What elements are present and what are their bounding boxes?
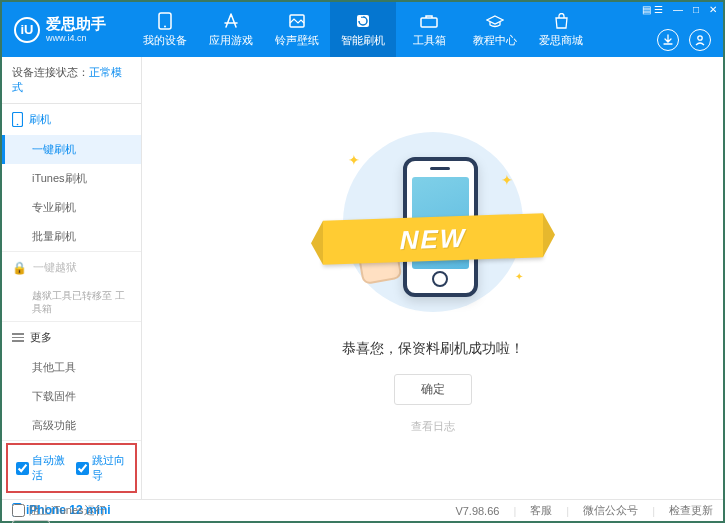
bag-icon bbox=[552, 12, 570, 30]
success-message: 恭喜您，保资料刷机成功啦！ bbox=[342, 340, 524, 358]
app-name: 爱思助手 bbox=[46, 16, 106, 33]
download-icon bbox=[662, 34, 674, 46]
download-button[interactable] bbox=[657, 29, 679, 51]
minimize-icon[interactable]: — bbox=[671, 4, 685, 15]
user-button[interactable] bbox=[689, 29, 711, 51]
jailbreak-note: 越狱工具已转移至 工具箱 bbox=[2, 283, 141, 321]
svg-rect-4 bbox=[421, 18, 437, 27]
app-url: www.i4.cn bbox=[46, 33, 106, 43]
auto-activate-checkbox[interactable]: 自动激活 bbox=[16, 453, 68, 483]
svg-point-7 bbox=[17, 124, 19, 126]
nav-apps-games[interactable]: 应用游戏 bbox=[198, 2, 264, 57]
user-icon bbox=[694, 34, 706, 46]
nav-smart-flash[interactable]: 智能刷机 bbox=[330, 2, 396, 57]
sidebar-item-other-tools[interactable]: 其他工具 bbox=[2, 353, 141, 382]
nav-store[interactable]: 爱思商城 bbox=[528, 2, 594, 57]
svg-point-1 bbox=[164, 25, 166, 27]
maximize-icon[interactable]: □ bbox=[691, 4, 701, 15]
svg-point-5 bbox=[698, 36, 702, 40]
sidebar-section-jailbreak: 🔒 一键越狱 bbox=[2, 252, 141, 283]
hamburger-icon bbox=[12, 331, 24, 344]
wallpaper-icon bbox=[288, 12, 306, 30]
window-controls: ▤ ☰ — □ ✕ bbox=[640, 4, 719, 15]
nav-tabs: 我的设备 应用游戏 铃声壁纸 智能刷机 工具箱 教程中心 爱思商城 bbox=[132, 2, 723, 57]
sidebar-item-batch-flash[interactable]: 批量刷机 bbox=[2, 222, 141, 251]
sparkle-icon: ✦ bbox=[348, 152, 360, 168]
phone-icon bbox=[156, 12, 174, 30]
flash-icon bbox=[354, 12, 372, 30]
skip-guide-checkbox[interactable]: 跳过向导 bbox=[76, 453, 128, 483]
nav-tutorials[interactable]: 教程中心 bbox=[462, 2, 528, 57]
graduation-icon bbox=[486, 12, 504, 30]
checkbox-highlight: 自动激活 跳过向导 bbox=[6, 443, 137, 493]
nav-my-device[interactable]: 我的设备 bbox=[132, 2, 198, 57]
view-log-link[interactable]: 查看日志 bbox=[411, 419, 455, 434]
support-link[interactable]: 客服 bbox=[530, 503, 552, 518]
nav-ringtones[interactable]: 铃声壁纸 bbox=[264, 2, 330, 57]
nav-toolbox[interactable]: 工具箱 bbox=[396, 2, 462, 57]
sidebar: 设备连接状态：正常模式 刷机 一键刷机 iTunes刷机 专业刷机 批量刷机 🔒… bbox=[2, 57, 142, 499]
appstore-icon bbox=[222, 12, 240, 30]
sidebar-item-oneclick-flash[interactable]: 一键刷机 bbox=[2, 135, 141, 164]
app-logo-icon: iU bbox=[14, 17, 40, 43]
window-menu-icon[interactable]: ▤ ☰ bbox=[640, 4, 665, 15]
sidebar-item-pro-flash[interactable]: 专业刷机 bbox=[2, 193, 141, 222]
sparkle-icon: ✦ bbox=[501, 172, 513, 188]
sidebar-section-flash[interactable]: 刷机 bbox=[2, 104, 141, 135]
logo-area: iU 爱思助手 www.i4.cn bbox=[2, 16, 132, 43]
toolbox-icon bbox=[420, 12, 438, 30]
connection-status: 设备连接状态：正常模式 bbox=[2, 57, 141, 104]
phone-icon bbox=[12, 112, 23, 127]
sidebar-item-download-firmware[interactable]: 下载固件 bbox=[2, 382, 141, 411]
check-update-link[interactable]: 检查更新 bbox=[669, 503, 713, 518]
sidebar-item-itunes-flash[interactable]: iTunes刷机 bbox=[2, 164, 141, 193]
wechat-link[interactable]: 微信公众号 bbox=[583, 503, 638, 518]
sidebar-item-advanced[interactable]: 高级功能 bbox=[2, 411, 141, 440]
block-itunes-checkbox[interactable]: 阻止iTunes运行 bbox=[12, 503, 106, 518]
close-icon[interactable]: ✕ bbox=[707, 4, 719, 15]
sparkle-icon: ✦ bbox=[515, 271, 523, 282]
app-header: iU 爱思助手 www.i4.cn 我的设备 应用游戏 铃声壁纸 智能刷机 工具… bbox=[2, 2, 723, 57]
new-ribbon: NEW bbox=[323, 213, 543, 265]
version-label: V7.98.66 bbox=[455, 505, 499, 517]
lock-icon: 🔒 bbox=[12, 261, 27, 275]
ok-button[interactable]: 确定 bbox=[394, 374, 472, 405]
sidebar-section-more[interactable]: 更多 bbox=[2, 322, 141, 353]
main-content: ✦ ✦ ✦ NEW 恭喜您，保资料刷机成功啦！ 确定 查看日志 bbox=[142, 57, 723, 499]
success-illustration: ✦ ✦ ✦ NEW bbox=[333, 122, 533, 322]
